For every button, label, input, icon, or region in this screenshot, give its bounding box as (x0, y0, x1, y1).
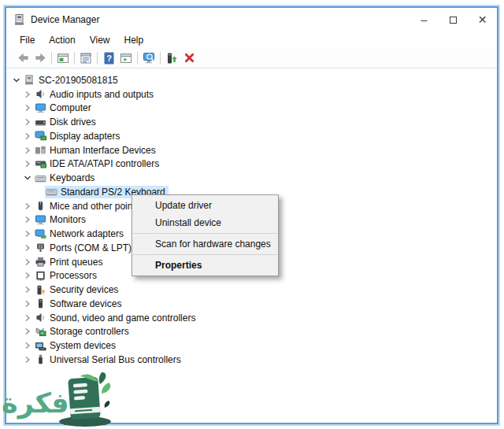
tree-item-security-devices[interactable]: Security devices (8, 283, 495, 297)
display-icon (35, 131, 46, 141)
context-menu-item-uninstall-device[interactable]: Uninstall device (132, 214, 278, 231)
context-menu-item-properties[interactable]: Properties (132, 257, 278, 274)
chevron-right-icon[interactable] (24, 118, 34, 126)
tree-item-label: Network adapters (50, 228, 124, 239)
chevron-right-icon[interactable] (24, 230, 34, 238)
chevron-right-icon[interactable] (24, 327, 34, 335)
toolbar-separator (137, 52, 138, 65)
tree-item-sc-201905081815[interactable]: SC-201905081815 (8, 73, 495, 87)
chevron-right-icon[interactable] (24, 146, 34, 154)
uninstall-x-icon (183, 52, 195, 64)
context-menu-separator (133, 254, 277, 255)
forward-button[interactable] (32, 50, 49, 67)
storage-icon (35, 327, 46, 337)
tree-item-computer[interactable]: Computer (8, 102, 495, 116)
chevron-right-icon[interactable] (24, 244, 34, 252)
chevron-right-icon[interactable] (24, 216, 34, 224)
tree-item-body: Universal Serial Bus controllers (34, 353, 184, 366)
tree-item-universal-serial-bus-controllers[interactable]: Universal Serial Bus controllers (8, 353, 495, 367)
chevron-right-icon[interactable] (24, 132, 34, 140)
pc-icon (24, 75, 35, 85)
chevron-right-icon[interactable] (24, 258, 34, 266)
help-button[interactable]: ? (100, 50, 117, 67)
svg-text:?: ? (106, 54, 112, 63)
tree-item-body: Storage controllers (34, 325, 132, 338)
chevron-right-icon[interactable] (24, 342, 34, 349)
tree-item-label: Sound, video and game controllers (50, 313, 195, 324)
tree-item-body: Software devices (34, 298, 124, 310)
menu-help[interactable]: Help (117, 35, 151, 46)
screenshot-root: Device Manager – ✕ FileActionViewHelp ? … (0, 0, 504, 429)
tree-item-body: System devices (34, 339, 119, 352)
device-manager-icon (13, 13, 26, 26)
menu-file[interactable]: File (13, 35, 42, 46)
menu-action[interactable]: Action (42, 35, 82, 46)
console-tree-icon (57, 52, 69, 65)
chevron-right-icon[interactable] (24, 286, 34, 294)
tree-item-label: Universal Serial Bus controllers (50, 354, 181, 365)
chevron-right-icon[interactable] (24, 356, 34, 364)
tree-item-body: Display adapters (34, 130, 123, 142)
tree-item-ide-ata-atapi-controllers[interactable]: IDE ATA/ATAPI controllers (8, 157, 495, 172)
properties-button[interactable] (77, 50, 94, 67)
tree-item-label: System devices (50, 340, 116, 351)
show-console-tree-button[interactable] (54, 50, 72, 67)
tree-item-disk-drives[interactable]: Disk drives (8, 115, 495, 129)
tree-item-keyboards[interactable]: Keyboards (8, 171, 495, 185)
tree-item-body: Processors (34, 269, 100, 282)
tree-item-audio-inputs-and-outputs[interactable]: Audio inputs and outputs (8, 87, 495, 102)
tree-item-label: Audio inputs and outputs (50, 89, 154, 100)
update-driver-button[interactable] (163, 50, 180, 67)
tree-item-label: Processors (50, 270, 97, 281)
audio-icon (35, 89, 46, 99)
tree-item-storage-controllers[interactable]: Storage controllers (8, 325, 495, 339)
context-menu-item-scan-for-hardware-changes[interactable]: Scan for hardware changes (132, 235, 278, 253)
tree-item-sound-video-and-game-controllers[interactable]: Sound, video and game controllers (8, 311, 495, 325)
maximize-button[interactable] (439, 8, 468, 31)
minimize-button[interactable]: – (410, 8, 439, 31)
tree-item-label: SC-201905081815 (39, 75, 118, 86)
chevron-down-icon[interactable] (13, 76, 23, 84)
window-title: Device Manager (31, 14, 99, 25)
printer-icon (35, 257, 46, 267)
keyboard-icon (46, 187, 57, 197)
tree-item-label: Print queues (50, 257, 102, 268)
chevron-right-icon[interactable] (24, 160, 34, 168)
keyboard-icon (35, 173, 46, 183)
ide-icon (35, 159, 46, 169)
disk-icon (35, 117, 46, 128)
tree-item-human-interface-devices[interactable]: Human Interface Devices (8, 143, 495, 157)
context-menu-item-update-driver[interactable]: Update driver (132, 197, 278, 214)
monitor-icon (35, 103, 46, 113)
chevron-right-icon[interactable] (24, 314, 34, 322)
tree-item-label: Disk drives (50, 116, 96, 128)
tree-item-body: Monitors (34, 213, 89, 226)
chevron-right-icon[interactable] (24, 272, 34, 279)
chevron-right-icon[interactable] (24, 91, 34, 98)
toolbar-separator (51, 52, 52, 65)
chevron-right-icon[interactable] (24, 104, 34, 112)
uninstall-device-button[interactable] (180, 50, 198, 67)
back-button[interactable] (14, 50, 32, 67)
toolbar: ? (6, 48, 497, 68)
tree-item-system-devices[interactable]: System devices (8, 338, 495, 353)
window-controls: – ✕ (410, 8, 497, 31)
chevron-right-icon[interactable] (24, 300, 34, 308)
tree-item-body: Computer (34, 102, 94, 114)
tree-item-display-adapters[interactable]: Display adapters (8, 129, 495, 143)
tree-item-body: IDE ATA/ATAPI controllers (34, 157, 162, 170)
scan-hardware-button[interactable] (140, 50, 158, 67)
tree-item-body: Network adapters (34, 227, 127, 240)
tree-item-body: Disk drives (34, 116, 99, 128)
menu-bar: FileActionViewHelp (6, 31, 497, 48)
tree-item-software-devices[interactable]: Software devices (8, 297, 495, 311)
mouse-icon (35, 201, 46, 211)
close-button[interactable]: ✕ (468, 8, 497, 31)
chevron-right-icon[interactable] (24, 202, 34, 210)
tree-item-label: Keyboards (50, 172, 94, 183)
back-arrow-icon (17, 51, 30, 65)
chevron-down-icon[interactable] (24, 174, 34, 182)
menu-view[interactable]: View (83, 35, 117, 46)
processor-icon (35, 271, 46, 281)
action-pane-button[interactable] (117, 50, 135, 67)
